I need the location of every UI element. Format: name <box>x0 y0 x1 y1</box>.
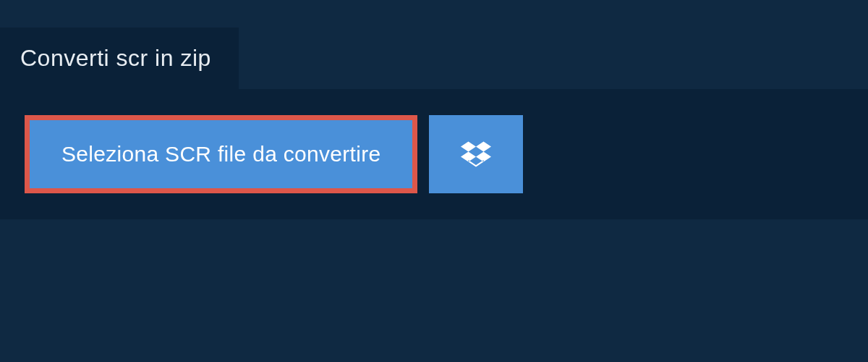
conversion-panel: Seleziona SCR file da convertire <box>0 89 868 219</box>
dropbox-button[interactable] <box>429 115 523 193</box>
button-row: Seleziona SCR file da convertire <box>25 115 843 193</box>
tab-convert[interactable]: Converti scr in zip <box>0 28 239 89</box>
dropbox-icon <box>461 139 491 169</box>
select-file-button[interactable]: Seleziona SCR file da convertire <box>30 120 412 188</box>
tab-label: Converti scr in zip <box>20 45 211 71</box>
tab-container: Converti scr in zip <box>0 0 868 89</box>
select-file-highlight: Seleziona SCR file da convertire <box>25 115 417 193</box>
select-file-label: Seleziona SCR file da convertire <box>61 142 380 166</box>
